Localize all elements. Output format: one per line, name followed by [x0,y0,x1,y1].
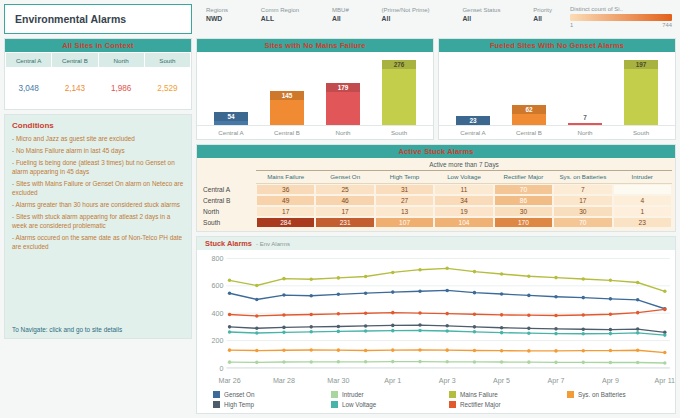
point-genset-on[interactable] [337,293,340,297]
point-intruder[interactable] [527,360,530,364]
bar-rect[interactable] [382,60,416,125]
cell-central-a-rectifier-major[interactable]: 70 [494,184,553,195]
point-genset-on[interactable] [473,291,476,295]
point-mains-failure[interactable] [473,270,476,274]
point-intruder[interactable] [255,361,258,365]
bar-central-a[interactable]: 23 [452,57,494,125]
point-high-temp[interactable] [500,326,503,330]
point-sys-on-batteries[interactable] [418,348,421,352]
point-mains-failure[interactable] [500,272,503,276]
point-low-voltage[interactable] [228,330,231,334]
point-high-temp[interactable] [527,327,530,331]
cell-central-b-genset-on[interactable]: 46 [315,195,374,206]
cell-central-a-genset-on[interactable]: 25 [315,184,374,195]
legend-high-temp[interactable]: High Temp [213,401,305,408]
point-high-temp[interactable] [255,326,258,330]
filter-value[interactable]: NWD [206,15,228,22]
point-sys-on-batteries[interactable] [473,349,476,353]
cell-south-low-voltage[interactable]: 104 [434,217,493,228]
distinct-count-legend[interactable]: Distinct count of Si.. 1 744 [570,4,676,34]
point-low-voltage[interactable] [418,329,421,333]
cell-north-rectifier-major[interactable]: 30 [494,206,553,217]
context-value-central-b[interactable]: 2,143 [52,68,97,108]
point-genset-on[interactable] [391,290,394,294]
point-intruder[interactable] [473,360,476,364]
point-genset-on[interactable] [364,291,367,295]
cell-central-a-high-temp[interactable]: 31 [375,184,434,195]
point-low-voltage[interactable] [309,330,312,334]
point-sys-on-batteries[interactable] [609,349,612,353]
point-high-temp[interactable] [609,328,612,332]
legend-low-voltage[interactable]: Low Voltage [331,401,423,408]
point-sys-on-batteries[interactable] [554,349,557,353]
point-mains-failure[interactable] [554,276,557,280]
point-sys-on-batteries[interactable] [391,348,394,352]
bar-south[interactable]: 197 [620,57,662,125]
point-rectifier-major[interactable] [582,313,585,317]
point-genset-on[interactable] [527,294,530,298]
point-rectifier-major[interactable] [473,312,476,316]
point-mains-failure[interactable] [609,279,612,283]
point-intruder[interactable] [418,360,421,364]
line-genset-on[interactable] [230,290,665,308]
point-mains-failure[interactable] [582,277,585,281]
cell-central-a-sys-on-batteries[interactable]: 7 [553,184,612,195]
point-low-voltage[interactable] [255,331,258,335]
point-sys-on-batteries[interactable] [636,348,639,352]
filter-value[interactable]: All [462,15,500,22]
point-intruder[interactable] [663,361,666,365]
cell-central-b-low-voltage[interactable]: 34 [434,195,493,206]
point-mains-failure[interactable] [337,276,340,280]
point-low-voltage[interactable] [609,332,612,336]
bar-rect[interactable] [624,60,658,125]
point-sys-on-batteries[interactable] [309,348,312,352]
cell-south-intruder[interactable]: 23 [613,217,672,228]
cell-central-b-sys-on-batteries[interactable]: 17 [553,195,612,206]
point-sys-on-batteries[interactable] [228,348,231,352]
point-high-temp[interactable] [309,325,312,329]
filter-mbu[interactable]: MBU# All [332,7,349,34]
point-rectifier-major[interactable] [554,314,557,318]
point-low-voltage[interactable] [663,333,666,337]
filter-value[interactable]: All [382,15,430,22]
context-value-central-a[interactable]: 3,048 [6,68,51,108]
point-low-voltage[interactable] [391,329,394,333]
point-genset-on[interactable] [255,298,258,302]
bar-north[interactable]: 7 [564,57,606,125]
point-mains-failure[interactable] [228,279,231,283]
point-sys-on-batteries[interactable] [255,349,258,353]
point-rectifier-major[interactable] [228,313,231,317]
legend-rectifier-major[interactable]: Rectifier Major [449,401,541,408]
point-mains-failure[interactable] [255,284,258,288]
filter-value[interactable]: ALL [261,15,299,22]
bar-rect[interactable] [568,123,602,125]
point-rectifier-major[interactable] [255,314,258,318]
point-rectifier-major[interactable] [309,313,312,317]
point-high-temp[interactable] [554,327,557,331]
point-genset-on[interactable] [582,296,585,300]
cell-north-high-temp[interactable]: 13 [375,206,434,217]
point-mains-failure[interactable] [282,277,285,281]
point-intruder[interactable] [282,360,285,364]
cell-north-mains-failure[interactable]: 17 [256,206,315,217]
point-rectifier-major[interactable] [445,312,448,316]
cell-north-low-voltage[interactable]: 19 [434,206,493,217]
point-genset-on[interactable] [418,289,421,293]
point-intruder[interactable] [228,360,231,364]
point-low-voltage[interactable] [636,331,639,335]
cell-north-genset-on[interactable]: 17 [315,206,374,217]
bar-south[interactable]: 276 [378,57,420,125]
point-high-temp[interactable] [473,325,476,329]
point-rectifier-major[interactable] [527,313,530,317]
point-intruder[interactable] [582,361,585,365]
point-intruder[interactable] [337,360,340,364]
point-intruder[interactable] [309,360,312,364]
point-mains-failure[interactable] [309,277,312,281]
point-rectifier-major[interactable] [418,311,421,315]
point-intruder[interactable] [445,360,448,364]
point-intruder[interactable] [364,360,367,364]
point-low-voltage[interactable] [582,332,585,336]
point-high-temp[interactable] [636,327,639,331]
point-high-temp[interactable] [228,325,231,329]
point-genset-on[interactable] [636,298,639,302]
